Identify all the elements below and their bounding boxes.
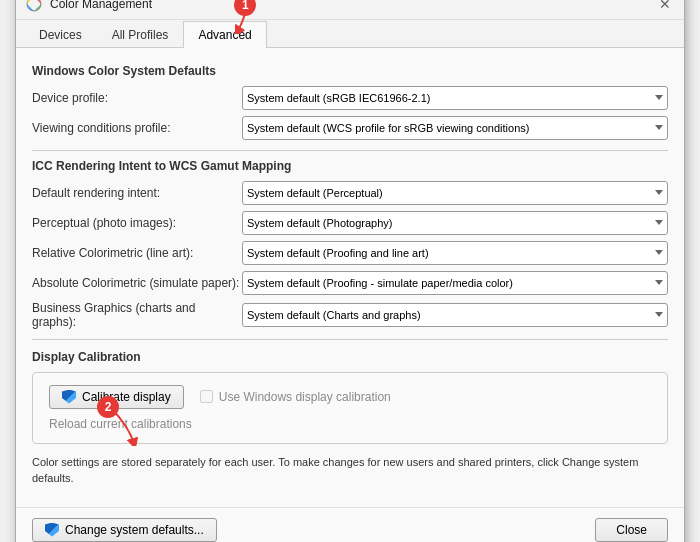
- divider-2: [32, 339, 668, 340]
- svg-point-0: [27, 0, 41, 11]
- change-system-defaults-button[interactable]: Change system defaults...: [32, 518, 217, 542]
- calibration-box: Calibrate display Use Windows display ca…: [32, 372, 668, 444]
- viewing-conditions-row: Viewing conditions profile: System defau…: [32, 116, 668, 140]
- shield-icon-footer: [45, 523, 59, 537]
- icc-field-select-4[interactable]: System default (Charts and graphs): [242, 303, 668, 327]
- title-bar: Color Management ✕: [16, 0, 684, 20]
- device-profile-label: Device profile:: [32, 91, 242, 105]
- icc-field-label-3: Absolute Colorimetric (simulate paper):: [32, 276, 242, 290]
- viewing-conditions-select[interactable]: System default (WCS profile for sRGB vie…: [242, 116, 668, 140]
- use-calibration-label: Use Windows display calibration: [219, 390, 391, 404]
- tab-advanced[interactable]: Advanced 1: [183, 21, 266, 48]
- close-window-button[interactable]: ✕: [656, 0, 674, 13]
- icc-field-label-0: Default rendering intent:: [32, 186, 242, 200]
- main-content: Windows Color System Defaults Device pro…: [16, 48, 684, 499]
- windows-defaults-header: Windows Color System Defaults: [32, 64, 668, 78]
- tab-bar: Devices All Profiles Advanced 1: [16, 20, 684, 48]
- icc-field-row-2: Relative Colorimetric (line art):System …: [32, 241, 668, 265]
- icc-field-row-1: Perceptual (photo images):System default…: [32, 211, 668, 235]
- icc-field-label-2: Relative Colorimetric (line art):: [32, 246, 242, 260]
- footer: Change system defaults... Close: [16, 507, 684, 543]
- use-calibration-row: Use Windows display calibration: [200, 390, 391, 404]
- divider-1: [32, 150, 668, 151]
- icc-field-select-3[interactable]: System default (Proofing - simulate pape…: [242, 271, 668, 295]
- icc-rendering-header: ICC Rendering Intent to WCS Gamut Mappin…: [32, 159, 668, 173]
- viewing-conditions-label: Viewing conditions profile:: [32, 121, 242, 135]
- color-wheel-icon: [26, 0, 42, 12]
- icc-field-row-0: Default rendering intent:System default …: [32, 181, 668, 205]
- icc-field-row-4: Business Graphics (charts and graphs):Sy…: [32, 301, 668, 329]
- icc-field-label-4: Business Graphics (charts and graphs):: [32, 301, 242, 329]
- use-calibration-checkbox[interactable]: [200, 390, 213, 403]
- reload-calibrations-row: Reload current calibrations: [49, 417, 651, 431]
- color-management-window: Color Management ✕ Devices All Profiles …: [15, 0, 685, 542]
- icc-field-select-2[interactable]: System default (Proofing and line art): [242, 241, 668, 265]
- display-calibration-section: Display Calibration Calibrate display Us…: [32, 350, 668, 444]
- tab-all-profiles[interactable]: All Profiles: [97, 21, 184, 48]
- calibration-controls-row: Calibrate display Use Windows display ca…: [49, 385, 651, 409]
- icc-field-row-3: Absolute Colorimetric (simulate paper):S…: [32, 271, 668, 295]
- icc-field-select-0[interactable]: System default (Perceptual): [242, 181, 668, 205]
- window-title: Color Management: [50, 0, 648, 11]
- annotation-1: 1: [234, 0, 256, 34]
- annotation-2: 2: [79, 406, 139, 449]
- icc-field-label-1: Perceptual (photo images):: [32, 216, 242, 230]
- display-calibration-header: Display Calibration: [32, 350, 668, 364]
- device-profile-select[interactable]: System default (sRGB IEC61966-2.1): [242, 86, 668, 110]
- device-profile-row: Device profile: System default (sRGB IEC…: [32, 86, 668, 110]
- close-button[interactable]: Close: [595, 518, 668, 542]
- icc-field-select-1[interactable]: System default (Photography): [242, 211, 668, 235]
- icc-fields-container: Default rendering intent:System default …: [32, 181, 668, 329]
- info-text: Color settings are stored separately for…: [32, 454, 668, 487]
- shield-icon: [62, 390, 76, 404]
- tab-devices[interactable]: Devices: [24, 21, 97, 48]
